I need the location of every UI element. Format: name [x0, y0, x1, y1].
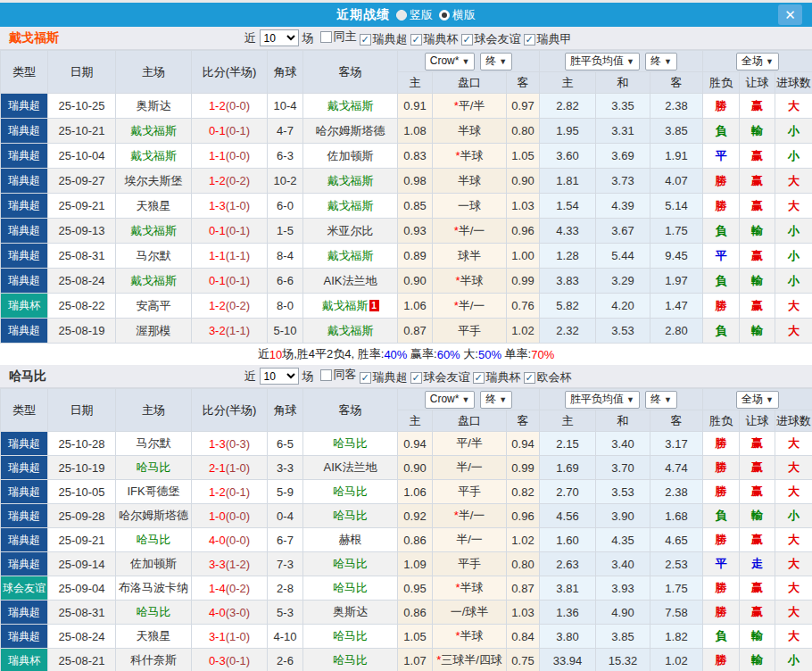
away-team-cell: 赫根	[303, 528, 398, 552]
home-team-cell: 布洛马波卡纳	[116, 576, 192, 601]
euro-draw-odds-cell: 3.53	[596, 319, 650, 344]
euro-away-odds-cell: 1.82	[650, 625, 703, 649]
asia-home-odds-cell: 0.94	[398, 432, 433, 456]
radio-horizontal-layout[interactable]: 横版	[439, 7, 476, 23]
bookmaker-select[interactable]: Crow*▼	[425, 391, 476, 409]
radio-vertical-layout[interactable]: 竖版	[396, 7, 433, 23]
euro-home-odds-cell: 1.60	[540, 528, 596, 552]
final-odds-select[interactable]: 终▼	[645, 391, 677, 409]
euro-odds-select[interactable]: 胜平负均值▼	[565, 391, 640, 409]
euro-draw-odds-cell: 4.20	[596, 294, 650, 319]
away-team-cell: 戴戈福斯	[303, 169, 398, 194]
euro-odds-select[interactable]: 胜平负均值▼	[565, 53, 640, 70]
result-goals-cell: 大	[775, 194, 812, 219]
match-count-select[interactable]: 10	[260, 368, 299, 385]
bookmaker-select[interactable]: Crow*▼	[425, 53, 476, 70]
asia-home-odds-cell: 0.85	[398, 194, 433, 219]
filter-checkbox[interactable]: 同客	[320, 367, 357, 383]
live-odds-asterisk: *	[455, 581, 460, 594]
col-away: 客场	[303, 389, 398, 432]
close-button[interactable]: ✕	[778, 4, 802, 25]
filter-label: 瑞典超	[373, 369, 408, 385]
results-table: 类型 日期 主场 比分(半场) 角球 客场 Crow*▼终▼ 胜平负均值▼终▼ …	[0, 388, 812, 671]
away-team-cell: AIK法兰地	[303, 269, 398, 294]
record-summary: 近10场,胜4平2负4, 胜率:40% 赢率:60% 大:50% 单率:70%	[0, 344, 812, 365]
asia-away-odds-cell: 1.03	[507, 194, 540, 219]
date-cell: 25-08-21	[48, 649, 116, 671]
asia-handicap-cell: *半球	[433, 625, 507, 649]
euro-draw-odds-cell: 3.40	[596, 552, 650, 576]
radio-vertical-label: 竖版	[410, 7, 433, 23]
euro-draw-odds-cell: 5.44	[596, 244, 650, 269]
summary-text: 60%	[437, 348, 460, 361]
team-name: 戴戈福斯	[9, 30, 59, 46]
final-odds-select[interactable]: 终▼	[645, 53, 677, 70]
euro-home-odds-cell: 2.32	[540, 319, 596, 344]
scope-select[interactable]: 全场▼	[736, 53, 779, 70]
league-type-cell: 瑞典杯	[1, 649, 48, 671]
euro-draw-odds-cell: 3.35	[596, 94, 650, 119]
corners-cell: 10-4	[268, 94, 303, 119]
result-goals-cell: 大	[775, 601, 812, 625]
filter-checkbox[interactable]: ✓球会友谊	[461, 31, 521, 47]
asia-home-odds-cell: 0.86	[398, 528, 433, 552]
section-header-bar: 戴戈福斯 近 10 场 同主✓瑞典超✓瑞典杯✓球会友谊✓瑞典甲	[0, 27, 812, 50]
result-handicap-cell: 赢	[740, 144, 775, 169]
checkbox-unchecked-icon	[320, 369, 332, 381]
scope-select[interactable]: 全场▼	[736, 391, 779, 409]
filter-checkbox[interactable]: ✓瑞典超	[360, 31, 408, 47]
final-odds-select[interactable]: 终▼	[480, 391, 512, 409]
euro-home-odds-cell: 3.83	[540, 269, 596, 294]
final-odds-select[interactable]: 终▼	[480, 53, 512, 70]
match-row: 瑞典杯25-08-21科什奈斯0-3(0-1)2-6哈马比1.07*三球半/四球…	[1, 649, 812, 671]
filter-checkbox[interactable]: 同主	[320, 29, 357, 45]
euro-home-odds-cell: 3.81	[540, 576, 596, 601]
filter-label: 瑞典杯	[486, 369, 521, 385]
result-handicap-cell: 赢	[740, 576, 775, 601]
asia-handicap-cell: 一/球半	[433, 601, 507, 625]
euro-draw-odds-cell: 3.31	[596, 119, 650, 144]
corners-cell: 7-3	[268, 552, 303, 576]
match-row: 瑞典超25-10-19哈马比2-1(1-0)3-3AIK法兰地0.90半/一0.…	[1, 456, 812, 480]
filter-checkbox[interactable]: ✓瑞典杯	[473, 369, 521, 385]
score-cell: 0-1(0-1)	[192, 119, 268, 144]
euro-home-odds-cell: 1.36	[540, 601, 596, 625]
result-handicap-cell: 輸	[740, 504, 775, 528]
match-row: 瑞典超25-10-28马尔默1-3(0-3)6-5哈马比0.94平/半0.942…	[1, 432, 812, 456]
euro-home-odds-cell: 4.56	[540, 504, 596, 528]
euro-odds-group-header: 胜平负均值▼终▼	[540, 389, 703, 410]
euro-draw-odds-cell: 15.32	[596, 649, 650, 671]
result-goals-cell: 大	[775, 319, 812, 344]
euro-draw-odds-cell: 3.93	[596, 576, 650, 601]
asia-away-odds-cell: 1.05	[507, 144, 540, 169]
filter-checkbox[interactable]: ✓瑞典杯	[410, 31, 459, 47]
date-cell: 25-08-31	[48, 244, 116, 269]
live-odds-asterisk: *	[454, 224, 459, 237]
score-cell: 1-2(0-1)	[192, 480, 268, 504]
asia-away-odds-cell: 1.02	[507, 319, 540, 344]
result-goals-cell: 大	[775, 169, 812, 194]
team-name: 哈马比	[9, 369, 46, 385]
result-handicap-cell: 輸	[740, 119, 775, 144]
euro-home-odds-cell: 1.54	[540, 194, 596, 219]
result-handicap-cell: 赢	[740, 528, 775, 552]
filter-checkbox[interactable]: ✓瑞典甲	[524, 31, 572, 47]
asia-handicap-cell: *半/一	[433, 294, 507, 319]
away-team-cell: 哈马比	[303, 649, 398, 671]
asia-handicap-cell: 半球	[433, 119, 507, 144]
chevron-down-icon: ▼	[461, 57, 469, 66]
filter-checkbox[interactable]: ✓瑞典超	[360, 369, 408, 385]
filter-checkbox-group: 同主✓瑞典超✓瑞典杯✓球会友谊✓瑞典甲	[318, 29, 572, 47]
result-outcome-cell: 負	[703, 625, 740, 649]
filter-checkbox[interactable]: ✓球会友谊	[410, 369, 470, 385]
match-row: 瑞典超25-10-04戴戈福斯1-1(0-0)6-3佐加顿斯0.83*半球1.0…	[1, 144, 812, 169]
away-team-cell: AIK法兰地	[303, 456, 398, 480]
corners-cell: 1-5	[268, 219, 303, 244]
score-cell: 1-3(0-3)	[192, 432, 268, 456]
date-cell: 25-10-19	[48, 456, 116, 480]
euro-home-odds-cell: 1.28	[540, 244, 596, 269]
match-count-select[interactable]: 10	[260, 29, 299, 46]
result-outcome-cell: 平	[703, 144, 740, 169]
filter-checkbox[interactable]: ✓欧会杯	[524, 369, 572, 385]
date-cell: 25-08-31	[48, 601, 116, 625]
